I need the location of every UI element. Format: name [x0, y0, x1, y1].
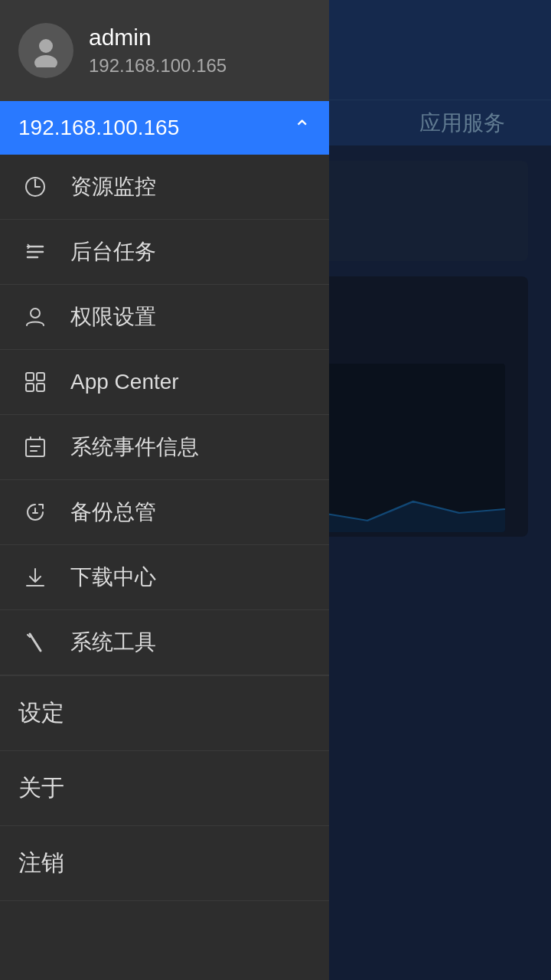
svg-rect-13: [26, 384, 34, 391]
download-icon: [18, 560, 52, 594]
sidebar-item-system-tools-label: 系统工具: [70, 628, 156, 657]
avatar: [18, 23, 73, 78]
user-header: admin 192.168.100.165: [0, 0, 329, 101]
sidebar-item-background-tasks-label: 后台任务: [70, 237, 156, 266]
user-name: admin: [89, 24, 227, 51]
user-ip-display: 192.168.100.165: [89, 55, 227, 77]
sidebar-item-logout[interactable]: 注销: [0, 826, 329, 901]
sidebar-drawer: admin 192.168.100.165 192.168.100.165 ⌃ …: [0, 0, 329, 980]
chevron-up-icon: ⌃: [293, 116, 311, 141]
server-ip-label: 192.168.100.165: [18, 116, 179, 140]
clock-icon: [18, 170, 52, 204]
sidebar-item-resource-monitor[interactable]: 资源监控: [0, 155, 329, 220]
sidebar-item-about-label: 关于: [18, 775, 64, 800]
svg-rect-15: [26, 439, 44, 456]
tools-icon: [18, 626, 52, 659]
svg-line-24: [30, 634, 41, 651]
sidebar-item-app-center-label: App Center: [70, 370, 179, 394]
bottom-menu: 设定 关于 注销: [0, 675, 329, 901]
user-info: admin 192.168.100.165: [89, 24, 227, 77]
sidebar-item-permissions-label: 权限设置: [70, 302, 156, 332]
server-selector[interactable]: 192.168.100.165 ⌃: [0, 101, 329, 155]
sidebar-item-system-events[interactable]: 系统事件信息: [0, 415, 329, 480]
sidebar-item-backup-label: 备份总管: [70, 498, 156, 527]
sidebar-item-system-events-label: 系统事件信息: [70, 433, 199, 462]
person-icon: [18, 300, 52, 334]
sidebar-item-system-tools[interactable]: 系统工具: [0, 610, 329, 675]
events-icon: [18, 430, 52, 464]
sidebar-item-download-label: 下载中心: [70, 563, 156, 592]
svg-point-1: [39, 39, 53, 53]
sidebar-item-background-tasks[interactable]: 后台任务: [0, 220, 329, 285]
menu-list: 资源监控 后台任务 权限设置: [0, 155, 329, 980]
svg-point-2: [34, 55, 57, 67]
svg-rect-11: [26, 373, 34, 381]
sidebar-item-app-center[interactable]: App Center: [0, 350, 329, 415]
sidebar-item-settings-label: 设定: [18, 700, 64, 725]
sidebar-item-logout-label: 注销: [18, 850, 64, 875]
backup-icon: [18, 495, 52, 529]
sidebar-item-resource-monitor-label: 资源监控: [70, 172, 156, 201]
sidebar-item-about[interactable]: 关于: [0, 751, 329, 826]
svg-point-6: [34, 179, 37, 181]
sidebar-item-download[interactable]: 下载中心: [0, 545, 329, 610]
svg-point-10: [31, 309, 40, 318]
svg-rect-14: [37, 384, 44, 391]
sidebar-item-settings[interactable]: 设定: [0, 676, 329, 751]
svg-rect-12: [37, 373, 44, 381]
sidebar-item-backup[interactable]: 备份总管: [0, 480, 329, 545]
apps-icon: [18, 365, 52, 399]
tasks-icon: [18, 235, 52, 269]
sidebar-item-permissions[interactable]: 权限设置: [0, 285, 329, 350]
